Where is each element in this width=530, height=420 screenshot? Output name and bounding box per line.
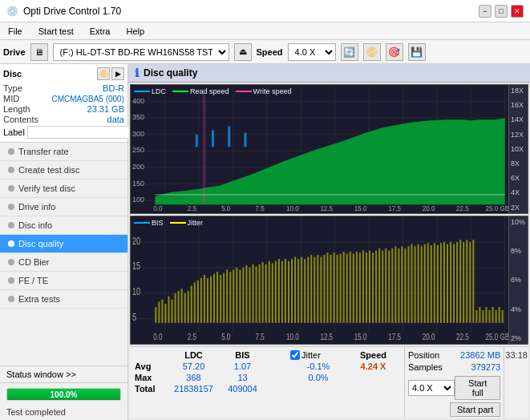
svg-text:5.0: 5.0 [221,332,230,341]
svg-rect-77 [194,282,196,323]
svg-rect-98 [262,262,264,323]
label-input[interactable] [27,126,134,139]
svg-text:15.0: 15.0 [354,205,367,212]
svg-rect-145 [415,246,416,323]
svg-text:2.5: 2.5 [188,205,197,212]
svg-rect-105 [285,259,286,323]
svg-rect-100 [269,260,270,322]
svg-text:25.0 GB: 25.0 GB [485,332,509,341]
disc-panel-btn2[interactable]: ▶ [111,67,124,80]
app-title: Opti Drive Control 1.70 [23,6,121,17]
svg-rect-140 [398,248,399,322]
menu-start-test[interactable]: Start test [34,26,79,37]
nav-drive-info[interactable]: Drive info [0,198,127,216]
svg-text:12.5: 12.5 [320,332,333,341]
close-button[interactable]: ✕ [511,5,524,18]
svg-rect-81 [207,278,208,323]
target-button[interactable]: 🎯 [386,43,403,61]
nav-dot [8,204,14,210]
nav-label: Drive info [18,202,55,212]
svg-rect-66 [158,301,160,323]
svg-rect-160 [463,241,464,322]
menu-file[interactable]: File [3,26,27,37]
svg-rect-97 [259,264,261,322]
svg-rect-107 [291,259,293,323]
menu-help[interactable]: Help [121,26,149,37]
progress-bar-container: 100.0% [6,388,121,401]
speed-select[interactable]: 4.0 X 1.0 X 2.0 X 8.0 X [288,43,336,61]
svg-rect-78 [197,280,199,322]
status-window-label: Status window >> [6,370,76,379]
save-button[interactable]: 💾 [408,43,426,61]
svg-rect-116 [320,256,322,322]
nav-label: Verify test disc [18,184,75,193]
disc-quality-header: ℹ Disc quality [128,64,530,83]
svg-rect-169 [492,306,494,322]
svg-rect-152 [437,244,439,322]
speed-label: Speed [257,47,283,57]
svg-rect-115 [317,254,318,322]
maximize-button[interactable]: □ [495,5,508,18]
svg-rect-124 [346,253,348,322]
minimize-button[interactable]: − [479,5,492,18]
svg-rect-76 [191,285,192,323]
read-speed-legend-label: Read speed [190,87,229,95]
svg-rect-101 [272,263,273,322]
disc-panel-title: Disc [3,69,22,79]
menu-bar: File Start test Extra Help [0,22,530,40]
nav-extra-tests[interactable]: Extra tests [0,290,127,309]
svg-text:17.5: 17.5 [388,332,401,341]
avg-label: Avg [135,361,167,371]
svg-rect-108 [294,256,296,322]
stats-header-bis: BIS [220,350,265,360]
svg-rect-154 [443,241,445,322]
nav-fe-te[interactable]: FE / TE [0,272,127,290]
start-full-button[interactable]: Start full [455,376,500,400]
svg-rect-90 [236,267,237,322]
svg-rect-74 [184,293,186,322]
svg-rect-128 [359,252,361,323]
svg-rect-157 [453,244,455,322]
disc-panel-btn1[interactable]: 📀 [97,67,110,80]
svg-text:250: 250 [132,146,144,154]
svg-text:20.0: 20.0 [423,205,435,212]
start-part-button[interactable]: Start part [450,402,500,417]
nav-cd-bier[interactable]: CD Bier [0,253,127,272]
stats-right-panel: Position 23862 MB Samples 379273 4.0 X S… [404,347,504,418]
chart1-legend: LDC Read speed Write speed [134,87,291,95]
nav-label: Transfer rate [18,147,69,156]
nav-transfer-rate[interactable]: Transfer rate [0,143,127,161]
chart-ldc-svg: 400 350 300 250 200 150 100 [131,85,528,213]
max-jitter: 0.0% [290,373,346,382]
status-window-button[interactable]: Status window >> [0,366,127,383]
refresh-button[interactable]: 🔄 [341,43,358,61]
stats-speed-select[interactable]: 4.0 X [408,380,455,396]
svg-rect-143 [407,246,409,323]
nav-disc-info[interactable]: Disc info [0,216,127,235]
chart1-y-axis-right: 18X 16X 14X 12X 10X 8X 6X 4X 2X [508,85,528,213]
avg-ldc: 57.20 [168,361,220,371]
stats-header-speed: Speed [347,350,399,360]
chart-bis-svg: 20 15 10 5 [131,216,528,345]
menu-extra[interactable]: Extra [85,26,115,37]
samples-value: 379273 [471,362,501,372]
svg-rect-30 [244,133,246,147]
chart-bis: 20 15 10 5 [130,216,528,345]
status-text: Test completed [0,406,127,420]
svg-rect-106 [288,260,289,322]
nav-verify-test-disc[interactable]: Verify test disc [0,180,127,198]
jitter-legend-color [170,222,186,224]
charts-area: 400 350 300 250 200 150 100 [128,83,530,420]
read-speed-legend-color [172,91,188,92]
nav-create-test-disc[interactable]: Create test disc [0,161,127,180]
nav-disc-quality[interactable]: Disc quality [0,235,127,253]
svg-text:350: 350 [132,113,144,121]
jitter-checkbox[interactable] [290,350,300,360]
drive-select[interactable]: (F:) HL-DT-ST BD-RE WH16NS58 TST4 [53,43,229,61]
bis-legend-label: BIS [152,219,164,227]
svg-rect-144 [411,244,413,322]
disc-button[interactable]: 📀 [363,43,381,61]
svg-rect-95 [253,264,254,322]
eject-button[interactable]: ⏏ [234,43,252,61]
type-label: Type [3,83,22,93]
